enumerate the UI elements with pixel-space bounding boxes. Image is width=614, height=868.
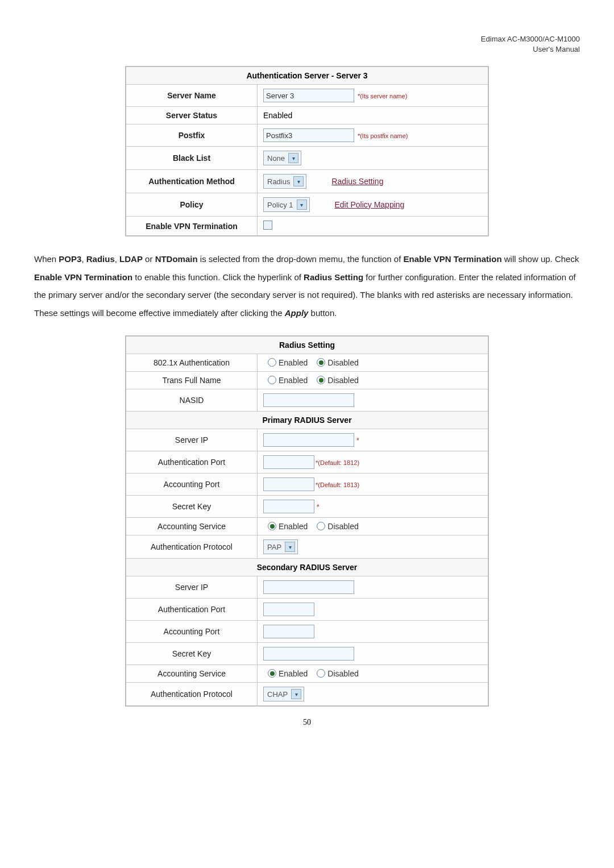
- page-number: 50: [34, 718, 580, 727]
- label-sec-authproto: Authentication Protocol: [126, 683, 258, 707]
- sec-authproto-value: CHAP: [267, 690, 288, 699]
- label-pri-secret: Secret Key: [126, 496, 258, 518]
- label-sec-acctport: Accounting Port: [126, 621, 258, 643]
- radio-label: Enabled: [279, 358, 308, 367]
- default-hint: *(Default: 1813): [314, 481, 359, 488]
- server-name-hint: *(Its server name): [356, 93, 407, 99]
- sec-authport-input[interactable]: [263, 603, 314, 616]
- label-pri-authproto: Authentication Protocol: [126, 535, 258, 559]
- chevron-down-icon: ▾: [293, 176, 304, 186]
- para-text: to enable this function. Click the hyper…: [132, 272, 304, 282]
- label-blacklist: Black List: [126, 147, 258, 170]
- chevron-down-icon: ▾: [291, 689, 301, 699]
- para-bold: Radius Setting: [304, 272, 363, 282]
- radio-label: Disabled: [327, 358, 358, 367]
- header-line1: Edimax AC-M3000/AC-M1000: [481, 35, 580, 43]
- secondary-title: Secondary RADIUS Server: [126, 559, 488, 576]
- para-bold: Enable VPN Termination: [34, 272, 132, 282]
- pri-acctport-input[interactable]: [263, 477, 314, 491]
- label-server-name: Server Name: [126, 85, 258, 107]
- postfix-hint: *(Its postfix name): [356, 132, 408, 139]
- radio-sec-acct-disabled[interactable]: [317, 669, 325, 678]
- radio-8021x-disabled[interactable]: [317, 358, 325, 367]
- label-sec-acctservice: Accounting Service: [126, 665, 258, 683]
- document-header: Edimax AC-M3000/AC-M1000 User's Manual: [34, 34, 580, 55]
- policy-value: Policy 1: [267, 201, 293, 209]
- server-name-input[interactable]: [263, 89, 354, 102]
- radius-title: Radius Setting: [126, 336, 488, 354]
- sec-secret-input[interactable]: [263, 647, 354, 661]
- radio-label: Disabled: [327, 522, 358, 531]
- label-server-status: Server Status: [126, 107, 258, 124]
- radio-trans-enabled[interactable]: [268, 376, 276, 384]
- radius-setting-link[interactable]: Radius Setting: [331, 177, 383, 186]
- label-pri-authport: Authentication Port: [126, 451, 258, 474]
- para-text: or: [143, 254, 155, 264]
- label-sec-authport: Authentication Port: [126, 599, 258, 621]
- chevron-down-icon: ▾: [285, 542, 295, 552]
- para-text: button.: [308, 308, 337, 318]
- sec-authproto-dropdown[interactable]: CHAP ▾: [263, 687, 304, 701]
- label-nasid: NASID: [126, 389, 258, 412]
- radio-label: Enabled: [279, 522, 308, 531]
- postfix-input[interactable]: [263, 128, 354, 142]
- description-paragraph: When POP3, Radius, LDAP or NTDomain is s…: [34, 250, 580, 322]
- para-text: ,: [81, 254, 86, 264]
- required-hint: *: [314, 503, 320, 511]
- header-line2: User's Manual: [533, 45, 580, 53]
- label-enable-vpn: Enable VPN Termination: [126, 217, 258, 236]
- nasid-input[interactable]: [263, 393, 354, 407]
- para-bold: Radius: [86, 254, 115, 264]
- para-text: will show up. Check: [502, 254, 579, 264]
- radio-sec-acct-enabled[interactable]: [268, 669, 276, 678]
- radius-setting-table: Radius Setting 802.1x Authentication Ena…: [125, 335, 489, 707]
- default-hint: *(Default: 1812): [314, 459, 359, 466]
- sec-acctport-input[interactable]: [263, 625, 314, 638]
- auth-table-title: Authentication Server - Server 3: [126, 67, 488, 85]
- label-sec-serverip: Server IP: [126, 576, 258, 599]
- para-bold: POP3: [59, 254, 81, 264]
- primary-title: Primary RADIUS Server: [126, 412, 488, 429]
- auth-server-table: Authentication Server - Server 3 Server …: [125, 66, 489, 236]
- para-text: ,: [115, 254, 119, 264]
- para-bold: LDAP: [119, 254, 143, 264]
- label-pri-acctport: Accounting Port: [126, 474, 258, 496]
- auth-method-dropdown[interactable]: Radius ▾: [263, 174, 306, 189]
- pri-authproto-dropdown[interactable]: PAP ▾: [263, 539, 298, 554]
- label-sec-secret: Secret Key: [126, 643, 258, 665]
- enable-vpn-checkbox[interactable]: [263, 221, 272, 230]
- label-transname: Trans Full Name: [126, 372, 258, 389]
- pri-secret-input[interactable]: [263, 500, 314, 513]
- radio-pri-acct-enabled[interactable]: [268, 522, 276, 530]
- auth-method-value: Radius: [267, 177, 290, 186]
- radio-trans-disabled[interactable]: [317, 376, 325, 384]
- para-bold: Enable VPN Termination: [403, 254, 501, 264]
- para-text: When: [34, 254, 59, 264]
- radio-label: Disabled: [327, 376, 358, 385]
- radio-label: Enabled: [279, 376, 308, 385]
- label-pri-acctservice: Accounting Service: [126, 518, 258, 535]
- chevron-down-icon: ▾: [297, 200, 307, 210]
- edit-policy-mapping-link[interactable]: Edit Policy Mapping: [334, 200, 404, 209]
- para-bold-italic: Apply: [285, 308, 309, 318]
- label-pri-serverip: Server IP: [126, 429, 258, 451]
- radio-pri-acct-disabled[interactable]: [317, 522, 325, 530]
- pri-serverip-input[interactable]: [263, 433, 354, 447]
- para-bold: NTDomain: [155, 254, 198, 264]
- label-auth-method: Authentication Method: [126, 170, 258, 193]
- sec-serverip-input[interactable]: [263, 580, 354, 594]
- required-hint: *: [354, 437, 359, 445]
- radio-8021x-enabled[interactable]: [268, 358, 276, 367]
- server-status-value: Enabled: [258, 107, 489, 124]
- label-postfix: Postfix: [126, 124, 258, 147]
- blacklist-value: None: [267, 154, 285, 163]
- blacklist-dropdown[interactable]: None ▾: [263, 151, 301, 165]
- label-8021x: 802.1x Authentication: [126, 354, 258, 372]
- pri-authproto-value: PAP: [267, 543, 281, 551]
- radio-label: Enabled: [279, 669, 308, 678]
- para-text: is selected from the drop-down memu, the…: [198, 254, 404, 264]
- pri-authport-input[interactable]: [263, 455, 314, 469]
- radio-label: Disabled: [327, 669, 358, 678]
- policy-dropdown[interactable]: Policy 1 ▾: [263, 197, 310, 212]
- chevron-down-icon: ▾: [288, 153, 298, 163]
